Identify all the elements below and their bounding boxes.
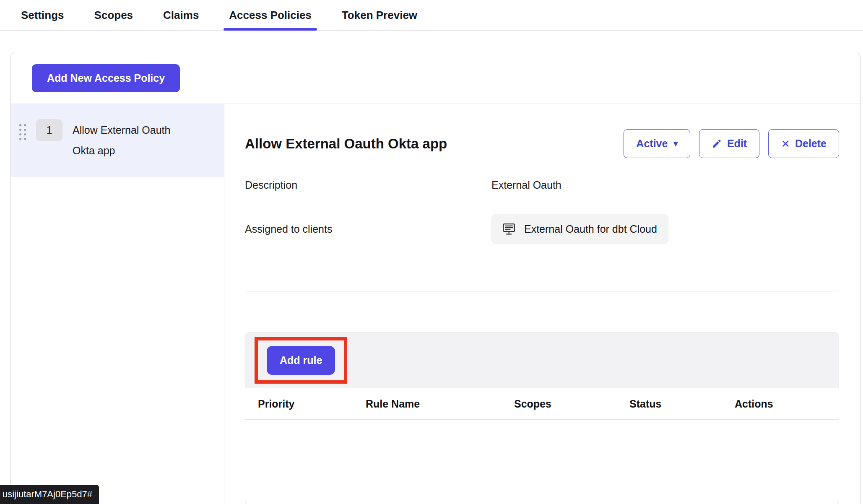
client-chip: External Oauth for dbt Cloud <box>491 214 668 244</box>
drag-handle-icon[interactable] <box>19 124 26 140</box>
status-dropdown-label: Active <box>636 138 668 150</box>
add-new-access-policy-button[interactable]: Add New Access Policy <box>32 64 180 92</box>
policy-list: 1 Allow External Oauth Okta app <box>11 104 224 504</box>
delete-button[interactable]: ✕ Delete <box>768 129 839 158</box>
policy-detail-header: Allow External Oauth Okta app Active ▾ <box>245 129 839 158</box>
assigned-clients-row: Assigned to clients External Oauth for d… <box>245 214 839 244</box>
policy-actions: Active ▾ Edit ✕ De <box>624 129 839 158</box>
description-label: Description <box>245 179 491 191</box>
client-chip-label: External Oauth for dbt Cloud <box>524 223 657 235</box>
policy-list-item[interactable]: 1 Allow External Oauth Okta app <box>11 104 224 177</box>
delete-button-label: Delete <box>795 138 827 150</box>
panel-body: 1 Allow External Oauth Okta app Allow Ex… <box>11 104 860 504</box>
tab-bar: Settings Scopes Claims Access Policies T… <box>0 0 863 31</box>
tab-access-policies[interactable]: Access Policies <box>224 0 317 30</box>
column-header-priority: Priority <box>258 398 366 410</box>
section-divider <box>245 291 839 291</box>
pencil-icon <box>712 138 722 149</box>
edit-button-label: Edit <box>727 138 747 150</box>
rules-table-empty-body <box>245 420 839 504</box>
tab-settings[interactable]: Settings <box>16 0 70 30</box>
tab-token-preview[interactable]: Token Preview <box>336 0 423 30</box>
policy-title: Allow External Oauth Okta app <box>245 136 624 152</box>
policy-order-badge: 1 <box>36 119 62 141</box>
rules-toolbar: Add rule <box>245 333 839 388</box>
column-header-scopes: Scopes <box>514 398 629 410</box>
monitor-icon <box>503 223 518 235</box>
tab-claims[interactable]: Claims <box>158 0 204 30</box>
annotation-highlight: Add rule <box>255 337 347 384</box>
tab-scopes[interactable]: Scopes <box>89 0 139 30</box>
add-rule-button[interactable]: Add rule <box>267 346 335 375</box>
column-header-rule-name: Rule Name <box>366 398 514 410</box>
description-value: External Oauth <box>491 179 561 191</box>
edit-button[interactable]: Edit <box>699 129 759 158</box>
column-header-status: Status <box>629 398 735 410</box>
policy-item-label: Allow External Oauth Okta app <box>73 120 192 161</box>
column-header-actions: Actions <box>735 398 839 410</box>
close-icon: ✕ <box>781 138 790 149</box>
access-policies-panel: Add New Access Policy 1 Allow External O… <box>10 53 861 504</box>
rules-table-header: Priority Rule Name Scopes Status Actions <box>245 388 839 420</box>
assigned-clients-label: Assigned to clients <box>245 223 491 235</box>
chevron-down-icon: ▾ <box>673 139 678 148</box>
url-preview-tooltip: usijiutarM7Aj0Ep5d7# <box>0 485 99 504</box>
rules-section: Add rule Priority Rule Name Scopes Statu… <box>245 333 839 504</box>
panel-header: Add New Access Policy <box>11 53 860 104</box>
policy-detail: Allow External Oauth Okta app Active ▾ <box>224 104 860 504</box>
status-dropdown-button[interactable]: Active ▾ <box>624 129 690 158</box>
description-row: Description External Oauth <box>245 179 839 191</box>
